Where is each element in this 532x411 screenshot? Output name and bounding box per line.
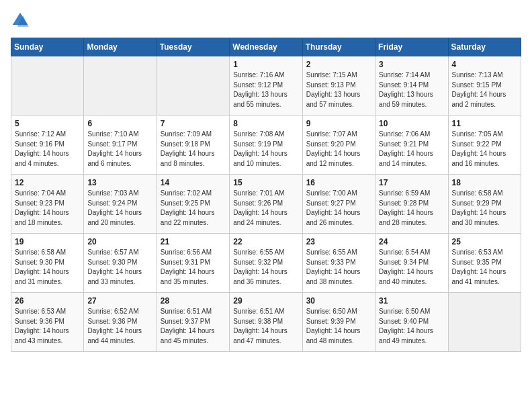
day-cell: 30Sunrise: 6:50 AM Sunset: 9:39 PM Dayli… — [302, 293, 375, 352]
day-number: 3 — [379, 60, 444, 69]
header-row: SundayMondayTuesdayWednesdayThursdayFrid… — [11, 38, 521, 56]
week-row-3: 19Sunrise: 6:58 AM Sunset: 9:30 PM Dayli… — [11, 234, 521, 293]
day-info: Sunrise: 6:53 AM Sunset: 9:35 PM Dayligh… — [452, 248, 517, 287]
day-number: 4 — [452, 60, 517, 69]
page-header — [11, 11, 521, 30]
day-cell: 13Sunrise: 7:03 AM Sunset: 9:24 PM Dayli… — [84, 175, 157, 234]
day-info: Sunrise: 6:54 AM Sunset: 9:34 PM Dayligh… — [379, 248, 444, 287]
day-cell: 28Sunrise: 6:51 AM Sunset: 9:37 PM Dayli… — [157, 293, 229, 352]
day-info: Sunrise: 6:58 AM Sunset: 9:30 PM Dayligh… — [15, 248, 80, 287]
day-cell: 9Sunrise: 7:07 AM Sunset: 9:20 PM Daylig… — [302, 116, 375, 175]
day-cell: 5Sunrise: 7:12 AM Sunset: 9:16 PM Daylig… — [11, 116, 84, 175]
day-number: 25 — [452, 237, 517, 246]
day-cell: 15Sunrise: 7:01 AM Sunset: 9:26 PM Dayli… — [230, 175, 302, 234]
day-info: Sunrise: 7:13 AM Sunset: 9:15 PM Dayligh… — [452, 71, 517, 109]
day-info: Sunrise: 7:16 AM Sunset: 9:12 PM Dayligh… — [233, 71, 298, 109]
week-row-2: 12Sunrise: 7:04 AM Sunset: 9:23 PM Dayli… — [11, 175, 521, 234]
day-cell: 8Sunrise: 7:08 AM Sunset: 9:19 PM Daylig… — [230, 116, 302, 175]
day-number: 1 — [233, 60, 298, 69]
day-info: Sunrise: 7:15 AM Sunset: 9:13 PM Dayligh… — [306, 71, 371, 109]
day-info: Sunrise: 6:58 AM Sunset: 9:29 PM Dayligh… — [452, 189, 517, 228]
day-number: 11 — [452, 119, 517, 128]
day-cell: 4Sunrise: 7:13 AM Sunset: 9:15 PM Daylig… — [448, 56, 521, 116]
day-cell: 17Sunrise: 6:59 AM Sunset: 9:28 PM Dayli… — [375, 175, 448, 234]
day-info: Sunrise: 6:53 AM Sunset: 9:36 PM Dayligh… — [15, 307, 80, 346]
day-cell: 7Sunrise: 7:09 AM Sunset: 9:18 PM Daylig… — [157, 116, 229, 175]
day-number: 21 — [161, 237, 226, 246]
week-row-4: 26Sunrise: 6:53 AM Sunset: 9:36 PM Dayli… — [11, 293, 521, 352]
calendar-header: SundayMondayTuesdayWednesdayThursdayFrid… — [11, 38, 521, 56]
day-number: 6 — [87, 119, 152, 128]
day-info: Sunrise: 7:09 AM Sunset: 9:18 PM Dayligh… — [161, 130, 226, 169]
week-row-0: 1Sunrise: 7:16 AM Sunset: 9:12 PM Daylig… — [11, 56, 521, 116]
day-info: Sunrise: 7:04 AM Sunset: 9:23 PM Dayligh… — [15, 189, 80, 228]
day-info: Sunrise: 7:06 AM Sunset: 9:21 PM Dayligh… — [379, 130, 444, 169]
day-info: Sunrise: 7:10 AM Sunset: 9:17 PM Dayligh… — [87, 130, 152, 169]
day-number: 19 — [15, 237, 80, 246]
day-info: Sunrise: 7:01 AM Sunset: 9:26 PM Dayligh… — [233, 189, 298, 228]
week-row-1: 5Sunrise: 7:12 AM Sunset: 9:16 PM Daylig… — [11, 116, 521, 175]
day-info: Sunrise: 6:50 AM Sunset: 9:40 PM Dayligh… — [379, 307, 444, 346]
day-number: 2 — [306, 60, 371, 69]
day-info: Sunrise: 7:14 AM Sunset: 9:14 PM Dayligh… — [379, 71, 444, 109]
header-cell-thursday: Thursday — [302, 38, 375, 56]
day-number: 5 — [15, 119, 80, 128]
day-info: Sunrise: 7:07 AM Sunset: 9:20 PM Dayligh… — [306, 130, 371, 169]
day-cell: 1Sunrise: 7:16 AM Sunset: 9:12 PM Daylig… — [230, 56, 302, 116]
day-number: 9 — [306, 119, 371, 128]
day-number: 22 — [233, 237, 298, 246]
header-cell-tuesday: Tuesday — [157, 38, 229, 56]
day-cell — [84, 56, 157, 116]
day-info: Sunrise: 6:52 AM Sunset: 9:36 PM Dayligh… — [87, 307, 152, 346]
day-info: Sunrise: 7:12 AM Sunset: 9:16 PM Dayligh… — [15, 130, 80, 169]
day-info: Sunrise: 7:02 AM Sunset: 9:25 PM Dayligh… — [161, 189, 226, 228]
calendar-table: SundayMondayTuesdayWednesdayThursdayFrid… — [11, 38, 521, 352]
day-info: Sunrise: 6:55 AM Sunset: 9:33 PM Dayligh… — [306, 248, 371, 287]
day-cell: 21Sunrise: 6:56 AM Sunset: 9:31 PM Dayli… — [157, 234, 229, 293]
day-info: Sunrise: 6:51 AM Sunset: 9:38 PM Dayligh… — [233, 307, 298, 346]
day-number: 31 — [379, 296, 444, 306]
day-number: 17 — [379, 178, 444, 187]
day-number: 12 — [15, 178, 80, 187]
day-cell: 2Sunrise: 7:15 AM Sunset: 9:13 PM Daylig… — [302, 56, 375, 116]
day-number: 14 — [161, 178, 226, 187]
header-cell-monday: Monday — [84, 38, 157, 56]
day-info: Sunrise: 6:57 AM Sunset: 9:30 PM Dayligh… — [87, 248, 152, 287]
day-number: 10 — [379, 119, 444, 128]
day-info: Sunrise: 6:56 AM Sunset: 9:31 PM Dayligh… — [161, 248, 226, 287]
day-cell: 31Sunrise: 6:50 AM Sunset: 9:40 PM Dayli… — [375, 293, 448, 352]
day-info: Sunrise: 7:05 AM Sunset: 9:22 PM Dayligh… — [452, 130, 517, 169]
day-cell: 18Sunrise: 6:58 AM Sunset: 9:29 PM Dayli… — [448, 175, 521, 234]
day-number: 7 — [161, 119, 226, 128]
day-cell: 14Sunrise: 7:02 AM Sunset: 9:25 PM Dayli… — [157, 175, 229, 234]
day-info: Sunrise: 7:00 AM Sunset: 9:27 PM Dayligh… — [306, 189, 371, 228]
day-cell — [157, 56, 229, 116]
day-number: 27 — [87, 296, 152, 306]
day-number: 26 — [15, 296, 80, 306]
day-cell: 24Sunrise: 6:54 AM Sunset: 9:34 PM Dayli… — [375, 234, 448, 293]
day-number: 30 — [306, 296, 371, 306]
day-cell: 23Sunrise: 6:55 AM Sunset: 9:33 PM Dayli… — [302, 234, 375, 293]
day-number: 16 — [306, 178, 371, 187]
day-number: 29 — [233, 296, 298, 306]
day-cell: 19Sunrise: 6:58 AM Sunset: 9:30 PM Dayli… — [11, 234, 84, 293]
day-info: Sunrise: 7:08 AM Sunset: 9:19 PM Dayligh… — [233, 130, 298, 169]
header-cell-friday: Friday — [375, 38, 448, 56]
header-cell-saturday: Saturday — [448, 38, 521, 56]
day-cell: 20Sunrise: 6:57 AM Sunset: 9:30 PM Dayli… — [84, 234, 157, 293]
day-number: 18 — [452, 178, 517, 187]
day-cell: 22Sunrise: 6:55 AM Sunset: 9:32 PM Dayli… — [230, 234, 302, 293]
logo — [11, 11, 32, 30]
logo-icon — [11, 11, 30, 30]
header-cell-wednesday: Wednesday — [230, 38, 302, 56]
day-number: 24 — [379, 237, 444, 246]
day-number: 13 — [87, 178, 152, 187]
day-cell: 16Sunrise: 7:00 AM Sunset: 9:27 PM Dayli… — [302, 175, 375, 234]
calendar-body: 1Sunrise: 7:16 AM Sunset: 9:12 PM Daylig… — [11, 56, 521, 352]
day-cell: 11Sunrise: 7:05 AM Sunset: 9:22 PM Dayli… — [448, 116, 521, 175]
day-info: Sunrise: 6:59 AM Sunset: 9:28 PM Dayligh… — [379, 189, 444, 228]
header-cell-sunday: Sunday — [11, 38, 84, 56]
day-number: 15 — [233, 178, 298, 187]
day-info: Sunrise: 7:03 AM Sunset: 9:24 PM Dayligh… — [87, 189, 152, 228]
day-cell: 25Sunrise: 6:53 AM Sunset: 9:35 PM Dayli… — [448, 234, 521, 293]
